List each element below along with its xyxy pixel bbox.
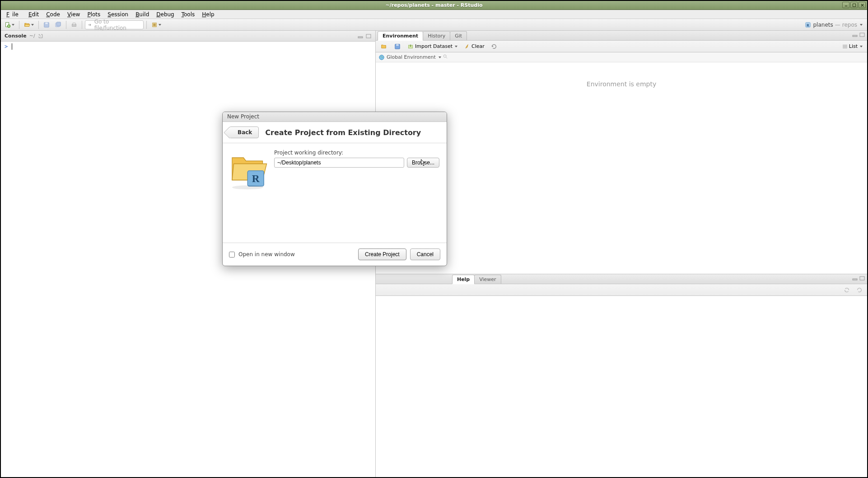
lower-right-pane: Files Plots Packages Help Viewer [376,274,867,477]
env-scope-row: Global Environment [376,52,867,62]
env-scope-label[interactable]: Global Environment [387,54,436,60]
minimize-pane-icon[interactable] [357,33,364,39]
help-refresh-button[interactable] [854,286,864,294]
chevron-down-icon [860,46,863,47]
env-tabs: Environment History Git [376,31,867,41]
project-icon: R [805,22,811,28]
chevron-down-icon [439,56,441,58]
separator [82,21,82,29]
minimize-pane-icon[interactable] [852,276,858,281]
menu-debug[interactable]: Debug [154,10,177,19]
open-new-window-checkbox[interactable]: Open in new window [229,251,295,258]
separator [19,21,19,29]
svg-point-29 [443,55,446,57]
tab-help[interactable]: Help [452,275,475,284]
svg-rect-31 [853,279,857,280]
project-sep: — [835,22,840,28]
menu-tools[interactable]: Tools [179,10,198,19]
minimize-button[interactable] [842,2,849,8]
refresh-icon [856,287,863,293]
help-sync-button[interactable] [842,286,852,294]
menu-edit[interactable]: Edit [26,10,42,19]
addins-button[interactable] [149,20,163,29]
svg-point-35 [232,185,263,189]
dialog-header: Back Create Project from Existing Direct… [223,122,447,143]
svg-rect-21 [860,33,864,37]
create-project-button[interactable]: Create Project [358,248,406,260]
separator [38,21,39,29]
menu-file[interactable]: File [4,10,24,19]
list-view-button[interactable]: List [840,42,864,50]
clear-button[interactable]: Clear [462,42,486,50]
minimize-pane-icon[interactable] [852,32,858,37]
svg-rect-20 [853,35,857,37]
tab-environment[interactable]: Environment [378,31,423,41]
arrow-icon [87,22,93,28]
svg-text:R: R [807,23,809,27]
menu-code[interactable]: Code [43,10,63,19]
search-icon [443,54,448,59]
separator [66,21,66,29]
chevron-down-icon [860,24,863,26]
maximize-pane-icon[interactable] [365,33,372,39]
project-location: repos [842,22,857,28]
back-button[interactable]: Back [229,127,259,138]
clear-label: Clear [471,43,485,49]
print-button[interactable] [69,20,79,29]
cursor [12,43,12,50]
close-button[interactable] [859,2,866,8]
env-search-input[interactable] [443,54,448,60]
svg-line-30 [446,57,447,59]
refresh-icon [491,43,497,50]
tab-git[interactable]: Git [450,31,467,40]
main-toolbar: Go to file/function R planets — repos [1,19,867,31]
svg-rect-19 [366,34,371,38]
menu-view[interactable]: View [65,10,83,19]
project-indicator[interactable]: R planets — repos [802,22,865,28]
save-workspace-button[interactable] [392,42,403,51]
svg-point-28 [379,55,384,60]
tab-viewer[interactable]: Viewer [474,275,501,284]
open-new-window-input[interactable] [229,252,235,258]
open-file-button[interactable] [22,20,36,29]
env-empty-message: Environment is empty [376,62,867,274]
globe-icon [378,54,385,61]
console-header: Console ~/ [1,31,375,42]
maximize-pane-icon[interactable] [859,276,865,281]
menu-help[interactable]: Help [199,10,217,19]
env-toolbar: Import Dataset Clear List [376,41,867,52]
dialog-title: New Project [223,112,447,122]
save-all-button[interactable] [53,20,63,29]
load-workspace-button[interactable] [378,42,389,51]
menu-plots[interactable]: Plots [84,10,103,19]
titlebar: ~/repos/planets - master - RStudio [1,1,867,10]
svg-rect-9 [45,22,47,24]
maximize-pane-icon[interactable] [859,32,865,37]
save-button[interactable] [42,20,51,29]
goto-placeholder: Go to file/function [94,19,141,31]
window-title: ~/repos/planets - master - RStudio [386,2,483,8]
svg-rect-32 [860,276,864,280]
import-icon [407,44,414,49]
directory-input[interactable] [274,158,404,168]
dialog-heading: Create Project from Existing Directory [265,128,421,137]
help-toolbar [376,284,867,296]
menubar: File Edit Code View Plots Session Build … [1,10,867,19]
import-dataset-button[interactable]: Import Dataset [406,42,459,50]
project-name: planets [813,22,833,28]
popup-icon[interactable] [38,33,43,39]
tab-history[interactable]: History [423,31,450,40]
svg-rect-1 [853,4,855,6]
help-content [376,296,867,477]
browse-button[interactable]: Browse... [407,158,439,168]
list-icon [842,44,848,49]
maximize-button[interactable] [850,2,858,8]
refresh-button[interactable] [489,42,499,51]
svg-rect-11 [57,22,61,26]
cancel-button[interactable]: Cancel [410,248,440,260]
new-file-button[interactable] [3,20,16,29]
goto-file-input[interactable]: Go to file/function [85,20,144,29]
menu-session[interactable]: Session [105,10,131,19]
menu-build[interactable]: Build [133,10,152,19]
console-title: Console [5,33,27,39]
